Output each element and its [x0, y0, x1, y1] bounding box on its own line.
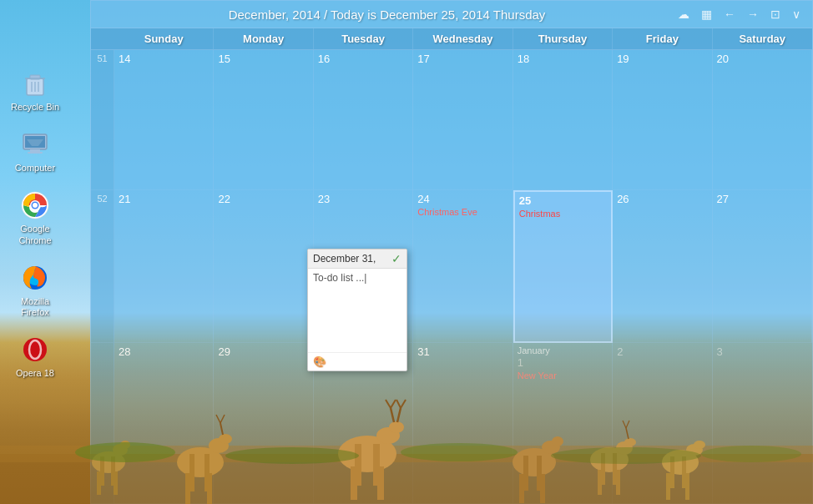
opera-icon[interactable]: Opera 18: [7, 333, 63, 379]
note-check-button[interactable]: ✓: [391, 252, 401, 265]
note-popup-header: December 31, ✓: [308, 249, 406, 269]
note-date-label: December 31,: [313, 253, 376, 265]
cal-cell-29[interactable]: 29: [214, 343, 313, 504]
note-body-text: To-do list ...|: [313, 272, 366, 284]
desktop-icons-container: Recycle Bin Computer: [7, 67, 63, 379]
cal-cell-16[interactable]: 16: [314, 50, 413, 190]
day-header-wednesday: Wednesday: [413, 28, 513, 49]
calendar-widget: December, 2014 / Today is December 25, 2…: [90, 0, 813, 504]
day-header-friday: Friday: [613, 28, 712, 49]
calendar-view-button[interactable]: ▦: [698, 6, 715, 23]
cloud-button[interactable]: ☁: [674, 6, 693, 23]
firefox-label: Mozilla Firefox: [7, 296, 63, 318]
note-popup[interactable]: December 31, ✓ To-do list ...| 🎨: [307, 249, 407, 371]
screen-button[interactable]: ⊡: [767, 6, 784, 23]
google-chrome-icon[interactable]: Google Chrome: [7, 189, 63, 245]
day-header-monday: Monday: [214, 28, 313, 49]
calendar-header: December, 2014 / Today is December 25, 2…: [91, 1, 812, 28]
svg-point-13: [33, 203, 38, 208]
day-header-saturday: Saturday: [713, 28, 812, 49]
svg-rect-9: [28, 152, 43, 154]
cal-cell-jan-2[interactable]: 2: [613, 343, 712, 504]
cal-cell-15[interactable]: 15: [214, 50, 313, 190]
cal-cell-31[interactable]: 31: [413, 343, 513, 504]
svg-rect-8: [30, 149, 40, 152]
cal-cell-20[interactable]: 20: [713, 50, 812, 190]
note-popup-body[interactable]: To-do list ...|: [308, 269, 406, 352]
week-number-52: 52: [91, 190, 114, 343]
cal-cell-17[interactable]: 17: [413, 50, 513, 190]
cal-cell-jan-1-new-year[interactable]: January 1 New Year: [513, 343, 613, 504]
cal-cell-21[interactable]: 21: [114, 190, 214, 343]
cal-cell-25-christmas-today[interactable]: 25 Christmas: [513, 190, 613, 343]
day-header-thursday: Thursday: [513, 28, 613, 49]
january-month-label: January: [518, 345, 608, 355]
day-header-sunday: Sunday: [114, 28, 214, 49]
computer-label: Computer: [15, 163, 55, 174]
cal-cell-19[interactable]: 19: [613, 50, 712, 190]
cal-cell-18[interactable]: 18: [513, 50, 613, 190]
header-controls: ☁ ▦ ← → ⊡ ∨: [674, 6, 804, 23]
note-popup-footer: 🎨: [308, 352, 406, 370]
chrome-label: Google Chrome: [7, 224, 63, 245]
cal-cell-jan-3[interactable]: 3: [713, 343, 812, 504]
paint-icon[interactable]: 🎨: [313, 355, 326, 368]
cal-cell-28[interactable]: 28: [114, 343, 214, 504]
christmas-eve-event: Christmas Eve: [417, 207, 507, 217]
more-button[interactable]: ∨: [789, 6, 804, 23]
back-button[interactable]: ←: [720, 6, 739, 23]
computer-icon[interactable]: Computer: [7, 128, 63, 174]
forward-button[interactable]: →: [744, 6, 762, 23]
cal-cell-22[interactable]: 22: [214, 190, 313, 343]
day-header-tuesday: Tuesday: [314, 28, 413, 49]
week-number-empty-1: [91, 343, 114, 504]
calendar-body: 51 14 15 16 17 18 19 20 52 21 22 23 24 C…: [91, 50, 812, 504]
christmas-event: Christmas: [519, 209, 607, 219]
new-year-event: New Year: [518, 370, 608, 381]
calendar-title: December, 2014 / Today is December 25, 2…: [99, 8, 674, 22]
opera-label: Opera 18: [16, 368, 54, 379]
cal-cell-27[interactable]: 27: [713, 190, 812, 343]
cal-cell-24-christmas-eve[interactable]: 24 Christmas Eve: [413, 190, 513, 343]
cal-cell-14[interactable]: 14: [114, 50, 214, 190]
mozilla-firefox-icon[interactable]: Mozilla Firefox: [7, 261, 63, 318]
recycle-bin-label: Recycle Bin: [11, 102, 59, 113]
cal-cell-26[interactable]: 26: [613, 190, 712, 343]
day-headers: Sunday Monday Tuesday Wednesday Thursday…: [91, 28, 812, 50]
recycle-bin-icon[interactable]: Recycle Bin: [7, 67, 63, 113]
week-number-51: 51: [91, 50, 114, 190]
